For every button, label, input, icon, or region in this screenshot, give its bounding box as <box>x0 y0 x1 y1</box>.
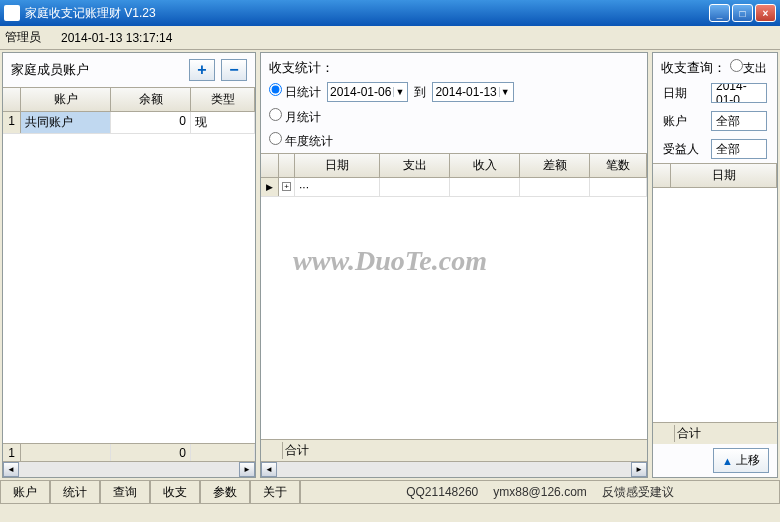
tab-settings[interactable]: 参数 <box>200 481 250 504</box>
expense-column-header[interactable]: 支出 <box>380 154 450 177</box>
row-number-cell: 1 <box>3 112 21 133</box>
diff-column-header[interactable]: 差额 <box>520 154 590 177</box>
radio-month[interactable]: 月统计 <box>269 108 321 126</box>
query-date-row: 日期 2014-01-0 <box>653 79 777 107</box>
stats-grid-header: 日期 支出 收入 差额 笔数 <box>261 154 647 178</box>
accounts-grid-header: 账户 余额 类型 <box>3 88 255 112</box>
tab-query[interactable]: 查询 <box>100 481 150 504</box>
query-account-select[interactable]: 全部 <box>711 111 767 131</box>
scroll-right-icon[interactable]: ► <box>239 462 255 477</box>
window-title: 家庭收支记账理财 V1.23 <box>25 5 709 22</box>
radio-day-input[interactable] <box>269 83 282 96</box>
query-grid-body <box>653 188 777 422</box>
query-grid: 日期 合计 <box>653 163 777 444</box>
date-column-header[interactable]: 日期 <box>295 154 380 177</box>
email-contact: ymx88@126.com <box>493 485 587 499</box>
accounts-header: 家庭成员账户 + − <box>3 53 255 87</box>
year-stat-row: 年度统计 <box>261 129 647 153</box>
stats-scrollbar[interactable]: ◄ ► <box>261 461 647 477</box>
main-area: 家庭成员账户 + − 账户 余额 类型 1 共同账户 0 现 <box>0 50 780 480</box>
query-date-select[interactable]: 2014-01-0 <box>711 83 767 103</box>
accounts-grid-body: 1 共同账户 0 现 <box>3 112 255 443</box>
query-sum-row: 合计 <box>653 422 777 444</box>
window-buttons: _ □ × <box>709 4 776 22</box>
info-bar: 管理员 2014-01-13 13:17:14 <box>0 26 780 50</box>
radio-month-input[interactable] <box>269 108 282 121</box>
accounts-grid: 账户 余额 类型 1 共同账户 0 现 1 0 ◄ <box>3 87 255 477</box>
qq-contact: QQ21148260 <box>406 485 478 499</box>
query-benef-select[interactable]: 全部 <box>711 139 767 159</box>
date-from-value: 2014-01-06 <box>330 85 391 99</box>
stats-sum-row: 合计 <box>261 439 647 461</box>
query-date-column-header[interactable]: 日期 <box>671 164 777 187</box>
expand-cell[interactable]: + <box>279 178 295 196</box>
tab-account[interactable]: 账户 <box>0 481 50 504</box>
radio-expense-query[interactable]: 支出 <box>730 59 767 77</box>
month-stat-row: 月统计 <box>261 105 647 129</box>
scroll-left-icon[interactable]: ◄ <box>261 462 277 477</box>
move-up-button[interactable]: ▲ 上移 <box>713 448 769 473</box>
radio-day[interactable]: 日统计 <box>269 83 321 101</box>
date-cell[interactable]: ··· <box>295 178 380 196</box>
radio-expense-input[interactable] <box>730 59 743 72</box>
date-label: 日期 <box>663 85 703 102</box>
accounts-footer: 1 0 <box>3 443 255 461</box>
query-actions: ▲ 上移 <box>653 444 777 477</box>
titlebar: 家庭收支记账理财 V1.23 _ □ × <box>0 0 780 26</box>
type-cell[interactable]: 现 <box>191 112 255 133</box>
current-datetime: 2014-01-13 13:17:14 <box>61 31 172 45</box>
tab-transactions[interactable]: 收支 <box>150 481 200 504</box>
add-account-button[interactable]: + <box>189 59 215 81</box>
date-to-value: 2014-01-13 <box>435 85 496 99</box>
query-title: 收支查询： <box>661 59 726 77</box>
query-sum-label: 合计 <box>677 425 701 442</box>
row-marker: ▶ <box>261 178 279 196</box>
app-icon <box>4 5 20 21</box>
close-button[interactable]: × <box>755 4 776 22</box>
count-column-header[interactable]: 笔数 <box>590 154 647 177</box>
stats-header: 收支统计： <box>261 53 647 79</box>
account-column-header[interactable]: 账户 <box>21 88 111 111</box>
row-number-header <box>3 88 21 111</box>
date-from-select[interactable]: 2014-01-06 ▼ <box>327 82 408 102</box>
income-column-header[interactable]: 收入 <box>450 154 520 177</box>
scroll-right-icon[interactable]: ► <box>631 462 647 477</box>
table-row[interactable]: ▶ + ··· <box>261 178 647 197</box>
day-stat-row: 日统计 2014-01-06 ▼ 到 2014-01-13 ▼ <box>261 79 647 105</box>
feedback-link[interactable]: 反馈感受建议 <box>602 484 674 501</box>
table-row[interactable]: 1 共同账户 0 现 <box>3 112 255 134</box>
radio-year-input[interactable] <box>269 132 282 145</box>
accounts-scrollbar[interactable]: ◄ ► <box>3 461 255 477</box>
minimize-button[interactable]: _ <box>709 4 730 22</box>
account-cell[interactable]: 共同账户 <box>21 112 111 133</box>
tab-stats[interactable]: 统计 <box>50 481 100 504</box>
stats-grid-body: ▶ + ··· <box>261 178 647 439</box>
query-benef-row: 受益人 全部 <box>653 135 777 163</box>
balance-column-header[interactable]: 余额 <box>111 88 191 111</box>
query-grid-header: 日期 <box>653 164 777 188</box>
date-to-select[interactable]: 2014-01-13 ▼ <box>432 82 513 102</box>
stats-panel: 收支统计： 日统计 2014-01-06 ▼ 到 2014-01-13 ▼ 月统… <box>260 52 648 478</box>
chevron-down-icon[interactable]: ▼ <box>499 87 511 97</box>
maximize-button[interactable]: □ <box>732 4 753 22</box>
balance-cell[interactable]: 0 <box>111 112 191 133</box>
scroll-left-icon[interactable]: ◄ <box>3 462 19 477</box>
accounts-panel: 家庭成员账户 + − 账户 余额 类型 1 共同账户 0 现 <box>2 52 256 478</box>
to-label: 到 <box>414 84 426 101</box>
footer-num: 1 <box>3 444 21 461</box>
type-column-header[interactable]: 类型 <box>191 88 255 111</box>
chevron-down-icon[interactable]: ▼ <box>393 87 405 97</box>
statusbar: 账户 统计 查询 收支 参数 关于 QQ21148260 ymx88@126.c… <box>0 480 780 504</box>
stats-grid: 日期 支出 收入 差额 笔数 ▶ + ··· 合计 <box>261 153 647 477</box>
remove-account-button[interactable]: − <box>221 59 247 81</box>
expand-icon[interactable]: + <box>282 182 291 191</box>
current-user: 管理员 <box>5 29 41 46</box>
arrow-up-icon: ▲ <box>722 455 733 467</box>
benef-label: 受益人 <box>663 141 703 158</box>
radio-year[interactable]: 年度统计 <box>269 132 333 150</box>
query-header: 收支查询： 支出 <box>653 53 777 79</box>
accounts-title: 家庭成员账户 <box>11 61 89 79</box>
query-panel: 收支查询： 支出 日期 2014-01-0 账户 全部 受益人 全部 日期 合计 <box>652 52 778 478</box>
account-label: 账户 <box>663 113 703 130</box>
tab-about[interactable]: 关于 <box>250 481 300 504</box>
